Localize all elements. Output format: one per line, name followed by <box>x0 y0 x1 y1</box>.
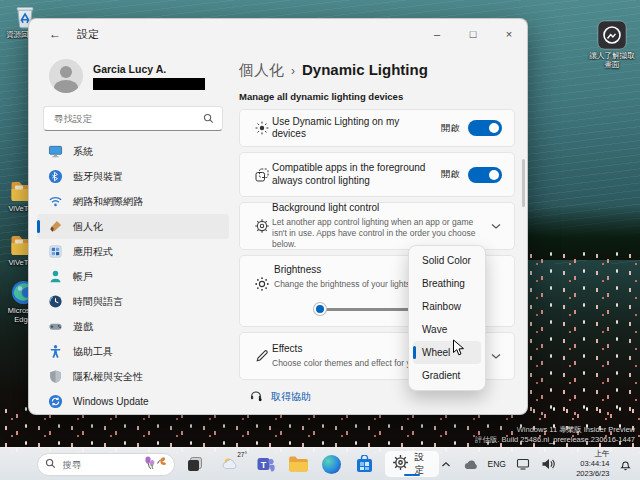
sidebar-item-label: 時間與語言 <box>73 295 123 309</box>
toggle-state-label: 開啟 <box>441 122 460 135</box>
close-button[interactable]: × <box>491 19 527 49</box>
shield-icon <box>48 369 63 384</box>
microsoft-store-icon[interactable] <box>353 451 377 478</box>
tray-chevron-up-icon[interactable] <box>439 451 454 478</box>
chevron-down-icon[interactable] <box>490 351 502 361</box>
sidebar-nav: 系統 藍牙與裝置 網路和網際網路 個人化 應用程式 <box>29 139 237 414</box>
back-button[interactable]: ← <box>43 24 67 44</box>
breadcrumb-parent[interactable]: 個人化 <box>239 61 284 80</box>
avatar <box>49 59 83 93</box>
compatible-apps-toggle[interactable] <box>468 167 502 183</box>
taskbar-search-input[interactable] <box>61 458 143 471</box>
dynamic-lighting-icon <box>254 120 272 136</box>
pencil-icon <box>254 348 272 364</box>
maximize-button[interactable]: □ <box>455 19 491 49</box>
chevron-down-icon[interactable] <box>490 221 502 231</box>
dropdown-item-label: Rainbow <box>422 301 461 312</box>
headset-icon <box>249 388 263 406</box>
dropdown-item-breathing[interactable]: Breathing <box>413 272 481 295</box>
redaction-bar <box>93 78 205 90</box>
settings-search-input[interactable] <box>52 112 203 125</box>
sidebar-item-accessibility[interactable]: 協助工具 <box>37 339 229 364</box>
weather-temp: 27° <box>237 451 247 458</box>
account-profile[interactable]: Garcia Lucy A. <box>49 59 225 93</box>
minimize-button[interactable]: – <box>419 19 455 49</box>
settings-app-label: 設定 <box>414 451 431 477</box>
sidebar-item-label: 藍牙與裝置 <box>73 170 123 184</box>
get-help-link[interactable]: 取得協助 <box>271 390 311 404</box>
dropdown-item-wave[interactable]: Wave <box>413 318 481 341</box>
dropdown-item-label: Solid Color <box>422 255 471 266</box>
watermark-line2: 評估版. Build 25486.ni_prerelease.230616-14… <box>475 435 635 445</box>
setting-title: Compatible apps in the foreground always… <box>272 162 435 187</box>
sidebar-item-label: 帳戶 <box>73 270 93 284</box>
desktop-icon-capture[interactable]: 讓人了解擷取 畫面 <box>586 20 638 70</box>
scrollbar[interactable] <box>522 159 525 207</box>
search-highlight-art <box>143 454 167 474</box>
dropdown-item-rainbow[interactable]: Rainbow <box>413 295 481 318</box>
settings-sidebar: Garcia Lucy A. 系統 藍牙與裝置 <box>29 49 237 415</box>
svg-text:T: T <box>261 459 267 469</box>
task-view-button[interactable] <box>184 451 208 478</box>
taskbar-settings-app[interactable]: 設定 <box>385 451 438 477</box>
brightness-icon <box>254 276 272 292</box>
sidebar-item-bluetooth[interactable]: 藍牙與裝置 <box>37 164 229 189</box>
wifi-icon <box>48 194 63 209</box>
update-icon <box>48 394 63 409</box>
file-explorer-icon[interactable] <box>287 451 311 478</box>
user-name: Garcia Lucy A. <box>93 63 205 75</box>
start-button[interactable] <box>10 455 28 473</box>
tray-volume-icon[interactable] <box>539 451 556 478</box>
mouse-cursor <box>452 339 465 361</box>
taskbar: 27° T 設定 ENG <box>0 447 640 480</box>
toggle-state-label: 開啟 <box>441 168 460 181</box>
sidebar-item-gaming[interactable]: 遊戲 <box>37 314 229 339</box>
settings-search-box[interactable] <box>43 106 223 131</box>
sidebar-item-label: 個人化 <box>73 220 103 234</box>
dropdown-item-wheel[interactable]: Wheel <box>413 341 481 364</box>
tray-clock[interactable]: 上午 03:44:14 2023/6/23 <box>565 449 610 478</box>
sidebar-item-windows-update[interactable]: Windows Update <box>37 389 229 414</box>
notification-bell-icon[interactable] <box>618 451 633 478</box>
weather-widget[interactable]: 27° <box>216 451 245 478</box>
sidebar-item-system[interactable]: 系統 <box>37 139 229 164</box>
gear-icon <box>392 454 409 475</box>
apps-foreground-icon <box>254 167 272 183</box>
window-title: 設定 <box>77 27 99 42</box>
tray-language[interactable]: ENG <box>487 459 505 469</box>
dropdown-item-label: Gradient <box>422 370 460 381</box>
slider-thumb[interactable] <box>314 303 326 315</box>
sidebar-item-apps[interactable]: 應用程式 <box>37 239 229 264</box>
sidebar-item-personalization[interactable]: 個人化 <box>37 214 229 239</box>
card-background-light-control[interactable]: Background light control Let another app… <box>239 202 515 250</box>
sidebar-item-label: 遊戲 <box>73 320 93 334</box>
get-help[interactable]: 取得協助 <box>249 388 311 406</box>
desktop-icon-label: 讓人了解擷取 <box>586 51 638 60</box>
edge-icon[interactable] <box>320 451 344 478</box>
sidebar-item-privacy[interactable]: 隱私權與安全性 <box>37 364 229 389</box>
dropdown-item-label: Wave <box>422 324 447 335</box>
dropdown-item-solid-color[interactable]: Solid Color <box>413 249 481 272</box>
breadcrumb-separator: › <box>291 64 295 78</box>
taskbar-search-box[interactable] <box>37 453 175 476</box>
sidebar-item-label: 網路和網際網路 <box>73 195 143 209</box>
teams-icon[interactable]: T <box>254 451 278 478</box>
onedrive-cloud-icon[interactable] <box>462 451 479 478</box>
dynamic-lighting-toggle[interactable] <box>468 120 502 136</box>
sidebar-item-network[interactable]: 網路和網際網路 <box>37 189 229 214</box>
sidebar-item-accounts[interactable]: 帳戶 <box>37 264 229 289</box>
image-capture-icon <box>586 20 638 50</box>
sidebar-item-label: Windows Update <box>73 396 149 407</box>
dropdown-item-gradient[interactable]: Gradient <box>413 364 481 387</box>
selected-indicator <box>413 346 416 359</box>
search-icon <box>203 110 214 128</box>
sidebar-item-time-language[interactable]: 時間與語言 <box>37 289 229 314</box>
paintbrush-icon <box>48 219 63 234</box>
system-icon <box>48 144 63 159</box>
tray-display-icon[interactable] <box>514 451 531 478</box>
sidebar-item-label: 協助工具 <box>73 345 113 359</box>
dropdown-item-label: Breathing <box>422 278 465 289</box>
sidebar-item-label: 隱私權與安全性 <box>73 370 143 384</box>
flamingo-flock <box>525 250 640 415</box>
apps-icon <box>48 244 63 259</box>
